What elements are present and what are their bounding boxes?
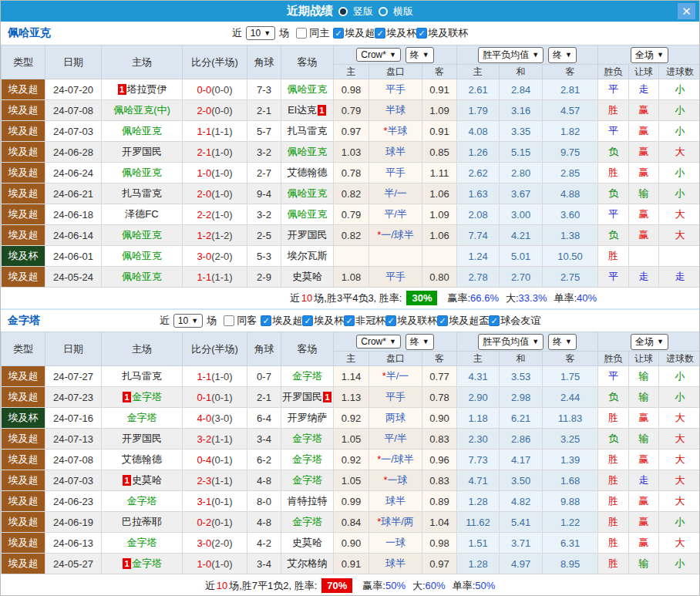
fulltime-select[interactable]: 全场▼ — [631, 47, 668, 63]
sub-lose: 客 — [543, 65, 598, 79]
fulltime-score: 0-1 — [197, 392, 211, 403]
results-table-1: 类型 日期 主场 比分(半场) 角球 客场 Crow*▼ 终▼ 胜平负均 — [1, 45, 700, 288]
checkbox-icon[interactable] — [296, 28, 307, 39]
col-type: 类型 — [2, 45, 45, 79]
league-filter[interactable]: ✓非冠杯 — [344, 314, 385, 328]
checkbox-icon[interactable] — [224, 315, 234, 326]
checkbox-icon[interactable]: ✓ — [333, 28, 344, 39]
result-cell: 赢 — [629, 142, 659, 163]
league-filter[interactable]: ✓埃及杯 — [375, 26, 416, 40]
section-team-2: 金字塔 近 10▼ 场 同客 ✓埃及超✓埃及杯✓非冠杯✓埃及联杯✓埃及超盃✓球会… — [1, 308, 699, 596]
league-filter-label: 非冠杯 — [355, 314, 385, 328]
handicap-label: 球半 — [385, 146, 406, 157]
final-wdl-select[interactable]: 终▼ — [548, 47, 577, 63]
league-filter[interactable]: ✓埃及杯 — [302, 314, 344, 328]
wdl-odds-cell: 1.28 — [457, 491, 500, 512]
table-row: 埃及超24-07-13开罗国民3-2(1-1)3-4金字塔1.05平/半0.83… — [2, 429, 700, 450]
home-team-cell: 泽德FC — [102, 204, 183, 225]
wdl-odds-cell: 2.84 — [500, 79, 543, 100]
odds-cell: 0.77 — [422, 366, 457, 387]
league-filter[interactable]: ✓埃及超 — [261, 314, 302, 328]
same-venue-filter[interactable]: 同客 — [224, 314, 257, 328]
same-venue-filter[interactable]: 同主 — [296, 26, 329, 40]
team-label: 开罗国民 — [122, 146, 162, 157]
corner-cell: 7-3 — [247, 79, 281, 100]
corner-cell: 5-3 — [247, 246, 281, 267]
odds-cell: 0.85 — [422, 142, 457, 163]
result-cell: 负 — [598, 225, 629, 246]
recent-count-select[interactable]: 10▼ — [246, 26, 275, 40]
radio-horizontal-label[interactable]: 横版 — [393, 5, 413, 19]
date-cell: 24-07-13 — [45, 429, 102, 450]
home-team-cell: 1史莫哈 — [102, 470, 183, 491]
checkbox-icon[interactable]: ✓ — [489, 315, 500, 326]
checkbox-icon[interactable]: ✓ — [261, 315, 271, 326]
home-team-cell: 金字塔 — [102, 408, 183, 429]
fulltime-score: 2-1 — [197, 146, 211, 158]
league-cell: 埃及超 — [2, 142, 45, 163]
league-filter-label: 埃及联杯 — [397, 314, 437, 328]
score-cell: 3-1(0-1) — [183, 491, 247, 512]
result-cell: 胜 — [598, 533, 629, 554]
result-cell: 小 — [659, 512, 700, 533]
fulltime-select[interactable]: 全场▼ — [631, 334, 668, 350]
league-filter[interactable]: ✓埃及联杯 — [385, 314, 437, 328]
handicap-cell: *一球 — [369, 470, 422, 491]
team-label: 史莫哈 — [292, 537, 322, 548]
checkbox-icon[interactable]: ✓ — [416, 28, 427, 39]
bookmaker-select[interactable]: Crow*▼ — [356, 335, 401, 349]
team-label: 佩哈亚克 — [288, 208, 328, 220]
halftime-score: (1-0) — [211, 167, 232, 179]
date-cell: 24-06-13 — [45, 533, 102, 554]
table-row: 埃及超24-06-19巴拉蒂耶0-2(0-1)4-8金字塔0.84*球半/两1.… — [2, 512, 700, 533]
handicap-cell: 平/半 — [369, 204, 422, 225]
league-filter[interactable]: ✓球会友谊 — [489, 314, 540, 328]
home-team-cell: 扎马雷克 — [102, 184, 183, 204]
table-row: 埃及超24-07-231金字塔0-1(0-1)2-1开罗国民11.13平手0.7… — [2, 387, 700, 408]
result-cell: 输 — [629, 366, 659, 387]
score-cell: 1-1(1-1) — [183, 121, 247, 142]
final-odds-select[interactable]: 终▼ — [406, 334, 434, 350]
league-filter-label: 埃及超 — [272, 314, 302, 328]
radio-selected-icon[interactable] — [338, 7, 348, 16]
radio-vertical-label[interactable]: 竖版 — [353, 5, 373, 19]
odds-cell: 1.09 — [422, 100, 457, 121]
table-row: 埃及杯24-07-16金字塔4-0(3-0)6-4开罗纳萨0.92两球0.901… — [2, 408, 700, 429]
wdl-odds-cell: 4.97 — [500, 554, 543, 574]
team-label: 泽德FC — [125, 208, 158, 220]
away-team-cell: 佩哈亚克 — [281, 204, 334, 225]
recent-count-select[interactable]: 10▼ — [173, 314, 203, 328]
wdl-odds-cell: 2.30 — [457, 429, 500, 450]
checkbox-icon[interactable]: ✓ — [302, 315, 313, 326]
close-icon[interactable]: ✕ — [678, 3, 695, 19]
wdl-average-select[interactable]: 胜平负均值▼ — [478, 47, 544, 63]
final-odds-select[interactable]: 终▼ — [406, 47, 434, 63]
league-filter[interactable]: ✓埃及超 — [333, 26, 375, 40]
result-cell: 大 — [659, 142, 700, 163]
checkbox-icon[interactable]: ✓ — [344, 315, 355, 326]
wdl-average-select[interactable]: 胜平负均值▼ — [478, 334, 544, 350]
chevron-down-icon: ▼ — [565, 338, 572, 345]
date-cell: 24-06-14 — [45, 225, 102, 246]
corner-cell: 2-1 — [247, 100, 281, 121]
fulltime-score: 0-4 — [197, 454, 211, 466]
checkbox-icon[interactable]: ✓ — [385, 315, 396, 326]
wdl-odds-cell: 7.73 — [457, 450, 500, 470]
sub-wdl-result: 胜负 — [598, 352, 629, 366]
odds-cell: 0.90 — [334, 533, 369, 554]
final-wdl-select[interactable]: 终▼ — [548, 334, 577, 350]
handicap-cell: 平手 — [369, 163, 422, 184]
checkbox-icon[interactable]: ✓ — [437, 315, 448, 326]
corner-cell: 3-2 — [247, 142, 281, 163]
odds-cell: 1.04 — [422, 512, 457, 533]
league-filter[interactable]: ✓埃及超盃 — [437, 314, 489, 328]
result-cell: 赢 — [629, 408, 659, 429]
handicap-label: 半/一 — [384, 187, 407, 199]
league-filter[interactable]: ✓埃及联杯 — [416, 26, 468, 40]
bookmaker-select[interactable]: Crow*▼ — [356, 48, 401, 62]
wdl-odds-cell: 3.71 — [500, 533, 543, 554]
team-label: 开罗国民 — [282, 391, 322, 402]
radio-unselected-icon[interactable] — [379, 7, 388, 16]
handicap-cell: 一球 — [369, 533, 422, 554]
checkbox-icon[interactable]: ✓ — [375, 28, 385, 39]
